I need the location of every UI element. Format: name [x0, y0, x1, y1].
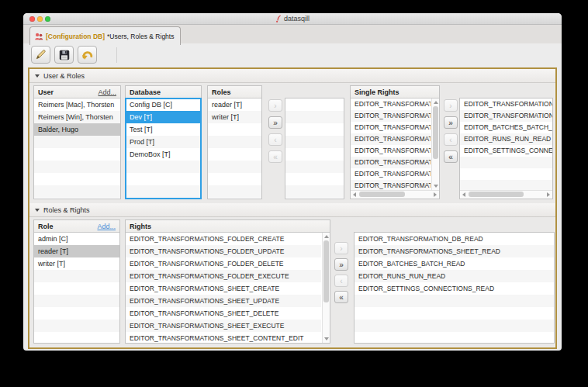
- list-item[interactable]: EDITOR_TRANSFORMATION_DB_READ: [460, 98, 552, 110]
- user-list-body[interactable]: Reimers [Mac], ThorstenReimers [Win], Th…: [34, 98, 120, 199]
- assign-move-right-button[interactable]: ›: [334, 242, 348, 254]
- section-user-roles-header[interactable]: User & Roles: [29, 69, 555, 83]
- window-titlebar[interactable]: datasqill: [23, 13, 562, 25]
- list-item[interactable]: admin [C]: [34, 233, 119, 245]
- assigned-rights-body[interactable]: EDITOR_TRANSFORMATION_DB_READEDITOR_TRAN…: [355, 233, 554, 343]
- add-user-link[interactable]: Add...: [98, 88, 116, 96]
- role-column-title: Role: [38, 223, 54, 230]
- list-item[interactable]: EDITOR_TRANSFORMATIONS_FOLDER_UPDATE: [126, 245, 321, 257]
- list-item[interactable]: EDITOR_TRANSFORMATIONS_SHEET_READ: [355, 245, 554, 257]
- assign-move-all-left-button[interactable]: «: [334, 291, 348, 303]
- list-item[interactable]: writer [T]: [34, 257, 119, 270]
- scroll-up-icon[interactable]: [324, 235, 329, 238]
- scroll-right-icon[interactable]: [547, 192, 550, 197]
- list-item[interactable]: writer [T]: [208, 111, 261, 123]
- scroll-up-icon[interactable]: [434, 101, 438, 104]
- vertical-scrollbar[interactable]: [322, 233, 330, 343]
- list-item[interactable]: EDITOR_TRANSFORMATIONS_FOLDER_CREATE: [351, 98, 431, 110]
- scroll-right-icon[interactable]: [434, 192, 437, 197]
- scrollbar-thumb[interactable]: [323, 240, 329, 302]
- scrollbar-thumb[interactable]: [433, 106, 438, 159]
- vertical-scrollbar[interactable]: [431, 98, 439, 190]
- assigned-roles-list-body[interactable]: [285, 98, 344, 199]
- list-item[interactable]: EDITOR_SETTINGS_CONNECTIONS_READ: [355, 282, 554, 295]
- list-item[interactable]: Reimers [Mac], Thorsten: [34, 98, 120, 111]
- roles-transfer-buttons: › » ‹ «: [268, 99, 282, 163]
- list-filler-row: [285, 123, 344, 136]
- rights-move-right-button[interactable]: ›: [444, 99, 458, 112]
- scrollbar-thumb[interactable]: [359, 192, 405, 197]
- list-item[interactable]: EDITOR_TRANSFORMATIONS_SHEET_UPDATE: [126, 295, 321, 307]
- list-item[interactable]: EDITOR_TRANSFORMATIONS_SHEET_DELETE: [126, 307, 321, 320]
- list-item[interactable]: Config DB [C]: [126, 98, 201, 111]
- list-item[interactable]: EDITOR_TRANSFORMATIONS_SHEET_EXECUTE: [126, 320, 321, 332]
- list-filler-row: [34, 173, 120, 185]
- list-item[interactable]: Prod [T]: [126, 136, 201, 148]
- list-item[interactable]: EDITOR_TRANSFORMATIONS_SHEET_DELETE: [351, 168, 431, 180]
- horizontal-scrollbar[interactable]: [460, 190, 552, 199]
- list-filler-row: [285, 173, 344, 185]
- chevron-left-icon: ‹: [340, 277, 342, 285]
- assign-move-left-button[interactable]: ‹: [334, 275, 348, 287]
- roles-move-right-button[interactable]: ›: [268, 99, 282, 112]
- add-role-link[interactable]: Add...: [97, 223, 116, 230]
- rights-move-all-right-button[interactable]: »: [444, 116, 458, 129]
- list-item[interactable]: EDITOR_TRANSFORMATION_DB_READ: [355, 233, 554, 245]
- roles-list-body[interactable]: reader [T]writer [T]: [208, 98, 261, 199]
- roles-move-all-left-button[interactable]: «: [268, 150, 282, 163]
- list-item[interactable]: reader [T]: [34, 245, 119, 257]
- scroll-left-icon[interactable]: [353, 192, 356, 197]
- horizontal-scrollbar[interactable]: [351, 190, 439, 199]
- list-item[interactable]: Dev [T]: [126, 111, 201, 123]
- list-filler-row: [355, 332, 554, 343]
- list-item[interactable]: EDITOR_TRANSFORMATIONS_FOLDER_EXECUTE: [351, 133, 431, 145]
- roles-column-title: Roles: [212, 88, 231, 96]
- list-item[interactable]: EDITOR_BATCHES_BATCH_READ: [460, 122, 552, 133]
- list-item[interactable]: EDITOR_TRANSFORMATIONS_FOLDER_CREATE: [126, 233, 321, 245]
- list-filler-row: [208, 148, 261, 161]
- undo-button[interactable]: [78, 46, 97, 64]
- list-item[interactable]: EDITOR_TRANSFORMATIONS_FOLDER_DELETE: [126, 257, 321, 270]
- list-item[interactable]: EDITOR_TRANSFORMATIONS_SHEET_EXECUTE: [351, 180, 431, 190]
- list-item[interactable]: EDITOR_TRANSFORMATIONS_FOLDER_UPDATE: [351, 110, 431, 122]
- edit-button[interactable]: [31, 46, 50, 64]
- database-list-body[interactable]: Config DB [C]Dev [T]Test [T]Prod [T]Demo…: [126, 98, 201, 199]
- scroll-left-icon[interactable]: [462, 192, 465, 197]
- list-item[interactable]: EDITOR_TRANSFORMATIONS_SHEET_CREATE: [126, 282, 321, 295]
- tab-users-roles-rights[interactable]: [Configuration DB] *Users, Roles & Right…: [29, 26, 181, 45]
- list-item[interactable]: Reimers [Win], Thorsten: [34, 111, 120, 123]
- assign-move-all-right-button[interactable]: »: [334, 258, 348, 271]
- tab-title-label: *Users, Roles & Rights: [107, 33, 174, 40]
- list-item[interactable]: EDITOR_RUNS_RUN_READ: [355, 270, 554, 282]
- list-item[interactable]: EDITOR_TRANSFORMATIONS_SHEET_CREATE: [351, 145, 431, 157]
- rights-move-all-left-button[interactable]: «: [444, 150, 458, 163]
- roles-move-left-button[interactable]: ‹: [268, 133, 282, 146]
- list-item[interactable]: EDITOR_BATCHES_BATCH_READ: [355, 257, 554, 270]
- rights-move-left-button[interactable]: ‹: [444, 133, 458, 146]
- rights-list-body[interactable]: EDITOR_TRANSFORMATIONS_FOLDER_CREATEEDIT…: [126, 233, 321, 343]
- section-roles-rights-header[interactable]: Roles & Rights: [29, 203, 555, 217]
- list-item[interactable]: Balder, Hugo: [34, 123, 120, 136]
- list-item[interactable]: reader [T]: [208, 98, 261, 111]
- list-item[interactable]: EDITOR_TRANSFORMATIONS_FOLDER_DELETE: [351, 122, 431, 133]
- single-rights-list-body[interactable]: EDITOR_TRANSFORMATIONS_FOLDER_CREATEEDIT…: [351, 98, 431, 190]
- list-item[interactable]: Test [T]: [126, 123, 201, 136]
- list-item[interactable]: EDITOR_TRANSFORMATIONS_SHEET_CONTENT_EDI…: [126, 332, 321, 343]
- save-button[interactable]: [54, 46, 74, 64]
- role-list: Role Add... admin [C]reader [T]writer [T…: [33, 219, 120, 344]
- scrollbar-thumb[interactable]: [469, 192, 524, 197]
- list-item[interactable]: EDITOR_TRANSFORMATIONS_SHEET_UPDATE: [351, 157, 431, 168]
- list-item[interactable]: EDITOR_SETTINGS_CONNECTIONS_READ: [460, 145, 552, 157]
- double-chevron-right-icon: »: [339, 261, 344, 269]
- scroll-down-icon[interactable]: [324, 337, 329, 340]
- user-list: User Add... Reimers [Mac], ThorstenReime…: [33, 85, 121, 199]
- scroll-down-icon[interactable]: [434, 185, 438, 188]
- list-item[interactable]: EDITOR_TRANSFORMATIONS_SHEET_READ: [460, 110, 552, 122]
- list-item[interactable]: DemoBox [T]: [126, 148, 201, 161]
- list-item[interactable]: EDITOR_TRANSFORMATIONS_FOLDER_EXECUTE: [126, 270, 321, 282]
- roles-move-all-right-button[interactable]: »: [268, 116, 282, 129]
- role-list-body[interactable]: admin [C]reader [T]writer [T]: [34, 233, 119, 343]
- assigned-single-rights-body[interactable]: EDITOR_TRANSFORMATION_DB_READEDITOR_TRAN…: [460, 98, 552, 190]
- list-item[interactable]: EDITOR_RUNS_RUN_READ: [460, 133, 552, 145]
- double-chevron-right-icon: »: [273, 119, 278, 127]
